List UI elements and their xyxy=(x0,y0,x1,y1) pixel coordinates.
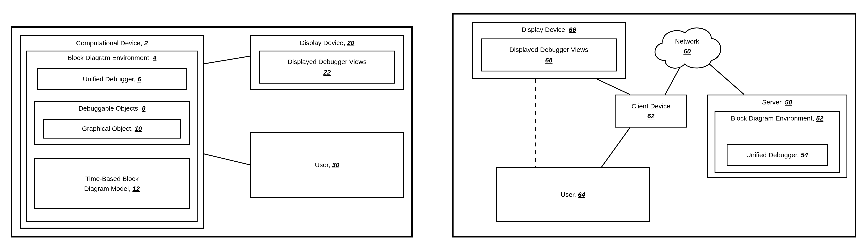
user-title-right: User, 64 xyxy=(561,191,585,198)
tbbdm-line1: Time-Based Block xyxy=(85,174,138,184)
displayed-views-box-right: Displayed Debugger Views 68 xyxy=(481,38,617,72)
server-title: Server, 50 xyxy=(708,95,846,108)
unified-debugger-box-left: Unified Debugger, 6 xyxy=(37,68,187,90)
user-box-right: User, 64 xyxy=(496,167,650,222)
client-device-box: Client Device 62 xyxy=(615,94,687,128)
user-ref-left: 30 xyxy=(332,161,339,168)
unified-debugger-box-right: Unified Debugger, 54 xyxy=(726,144,828,166)
network-ref: 60 xyxy=(683,48,691,55)
bde-label-right: Block Diagram Environment, xyxy=(731,115,814,122)
graphical-object-box: Graphical Object, 10 xyxy=(43,119,181,139)
do-ref: 8 xyxy=(142,105,146,112)
dd-ref-right: 66 xyxy=(569,26,576,33)
bde-label-left: Block Diagram Environment, xyxy=(67,54,151,61)
ddv-ref-left: 22 xyxy=(323,68,331,76)
go-label: Graphical Object, xyxy=(82,125,133,132)
tbbdm-label2: Diagram Model, xyxy=(84,185,131,192)
network-label-wrap: Network 60 xyxy=(661,36,713,56)
user-label-right: User, xyxy=(561,191,576,198)
server-label: Server, xyxy=(762,99,783,106)
comp-device-ref: 2 xyxy=(144,39,148,47)
tbbdm-ref: 12 xyxy=(132,185,140,192)
client-device-label: Client Device xyxy=(631,101,671,111)
user-ref-right: 64 xyxy=(578,191,585,198)
tbbdm-box: Time-Based Block Diagram Model, 12 xyxy=(34,158,190,209)
unified-debugger-title-right: Unified Debugger, 54 xyxy=(746,151,808,159)
graphical-object-title: Graphical Object, 10 xyxy=(82,125,142,132)
ud-label-right: Unified Debugger, xyxy=(746,151,799,159)
tbbdm-line2: Diagram Model, 12 xyxy=(84,184,140,194)
dd-label-left: Display Device, xyxy=(300,39,345,47)
user-label-left: User, xyxy=(315,161,330,168)
dd-ref-left: 20 xyxy=(347,39,354,47)
debuggable-objects-title: Debuggable Objects, 8 xyxy=(35,102,189,114)
ddv-label-right: Displayed Debugger Views xyxy=(509,45,588,55)
computational-device-title: Computational Device, 2 xyxy=(21,36,203,49)
dd-label-right: Display Device, xyxy=(522,26,567,33)
comp-device-label: Computational Device, xyxy=(76,39,143,47)
server-ref: 50 xyxy=(785,99,792,106)
do-label: Debuggable Objects, xyxy=(79,105,140,112)
displayed-views-box-left: Displayed Debugger Views 22 xyxy=(259,51,395,84)
display-device-title-right: Display Device, 66 xyxy=(473,23,625,35)
bde-ref-right: 52 xyxy=(816,115,824,122)
network-label: Network xyxy=(661,36,713,46)
display-device-title-left: Display Device, 20 xyxy=(251,36,403,48)
bde-title-left: Block Diagram Environment, 4 xyxy=(27,52,197,63)
bde-title-right: Block Diagram Environment, 52 xyxy=(715,112,839,124)
go-ref: 10 xyxy=(134,125,142,132)
ud-label-left: Unified Debugger, xyxy=(83,76,135,83)
bde-ref-left: 4 xyxy=(153,54,157,61)
ud-ref-left: 6 xyxy=(137,76,141,83)
ddv-label-left: Displayed Debugger Views xyxy=(287,57,367,67)
unified-debugger-title-left: Unified Debugger, 6 xyxy=(83,76,141,83)
client-device-ref: 62 xyxy=(647,112,654,120)
user-box-left: User, 30 xyxy=(250,132,404,198)
user-title-left: User, 30 xyxy=(315,161,339,169)
ud-ref-right: 54 xyxy=(801,151,808,159)
ddv-ref-right: 68 xyxy=(545,57,552,64)
